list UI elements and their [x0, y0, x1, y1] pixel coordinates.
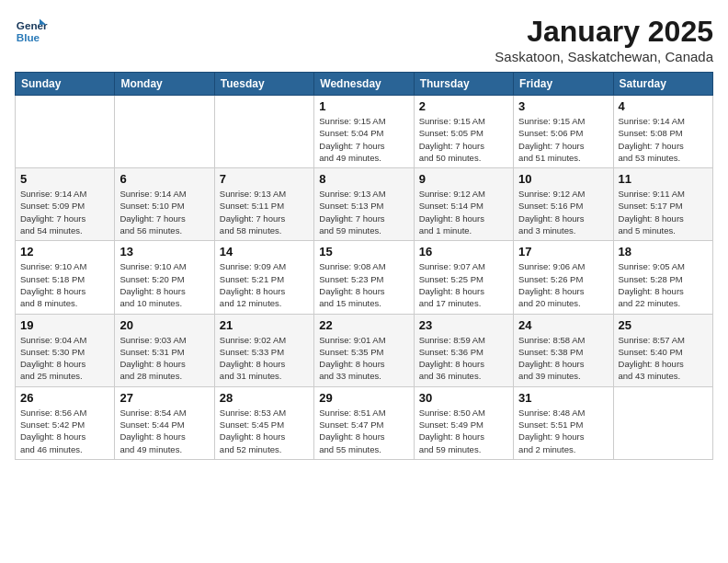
calendar-cell: 3Sunrise: 9:15 AM Sunset: 5:06 PM Daylig… [514, 96, 613, 168]
day-info: Sunrise: 9:12 AM Sunset: 5:14 PM Dayligh… [419, 188, 508, 236]
day-info: Sunrise: 8:56 AM Sunset: 5:42 PM Dayligh… [20, 407, 109, 455]
calendar-cell: 8Sunrise: 9:13 AM Sunset: 5:13 PM Daylig… [314, 168, 414, 241]
day-of-week-header: Friday [514, 73, 613, 96]
calendar-cell: 6Sunrise: 9:14 AM Sunset: 5:10 PM Daylig… [115, 168, 214, 241]
day-info: Sunrise: 8:48 AM Sunset: 5:51 PM Dayligh… [518, 407, 608, 455]
calendar-header-row: SundayMondayTuesdayWednesdayThursdayFrid… [16, 73, 713, 96]
day-of-week-header: Monday [115, 73, 214, 96]
location-subtitle: Saskatoon, Saskatchewan, Canada [495, 49, 713, 64]
day-number: 18 [619, 245, 708, 259]
day-info: Sunrise: 9:03 AM Sunset: 5:31 PM Dayligh… [119, 334, 209, 383]
day-info: Sunrise: 9:14 AM Sunset: 5:10 PM Dayligh… [119, 188, 209, 236]
day-info: Sunrise: 8:57 AM Sunset: 5:40 PM Dayligh… [619, 334, 708, 383]
calendar-cell: 11Sunrise: 9:11 AM Sunset: 5:17 PM Dayli… [613, 168, 712, 241]
day-number: 15 [319, 245, 408, 259]
calendar-cell: 18Sunrise: 9:05 AM Sunset: 5:28 PM Dayli… [613, 241, 712, 314]
day-info: Sunrise: 9:09 AM Sunset: 5:21 PM Dayligh… [220, 260, 309, 309]
day-number: 27 [119, 391, 209, 405]
day-info: Sunrise: 9:04 AM Sunset: 5:30 PM Dayligh… [20, 334, 109, 383]
calendar-cell: 30Sunrise: 8:50 AM Sunset: 5:49 PM Dayli… [414, 386, 513, 459]
calendar-cell [16, 96, 115, 168]
calendar-week-row: 12Sunrise: 9:10 AM Sunset: 5:18 PM Dayli… [16, 241, 713, 314]
day-number: 4 [619, 99, 708, 113]
day-number: 14 [220, 245, 309, 259]
day-info: Sunrise: 9:15 AM Sunset: 5:05 PM Dayligh… [419, 115, 508, 164]
day-info: Sunrise: 9:14 AM Sunset: 5:09 PM Dayligh… [20, 188, 109, 236]
calendar-cell: 9Sunrise: 9:12 AM Sunset: 5:14 PM Daylig… [414, 168, 513, 241]
day-number: 28 [220, 391, 309, 405]
calendar-cell: 4Sunrise: 9:14 AM Sunset: 5:08 PM Daylig… [613, 96, 712, 168]
day-of-week-header: Saturday [613, 73, 712, 96]
calendar-cell: 14Sunrise: 9:09 AM Sunset: 5:21 PM Dayli… [214, 241, 313, 314]
day-of-week-header: Wednesday [314, 73, 414, 96]
logo: General Blue [15, 15, 48, 48]
calendar-cell: 25Sunrise: 8:57 AM Sunset: 5:40 PM Dayli… [613, 314, 712, 386]
day-number: 29 [319, 391, 408, 405]
day-info: Sunrise: 8:50 AM Sunset: 5:49 PM Dayligh… [419, 407, 508, 455]
calendar-cell: 2Sunrise: 9:15 AM Sunset: 5:05 PM Daylig… [414, 96, 513, 168]
day-info: Sunrise: 9:11 AM Sunset: 5:17 PM Dayligh… [619, 188, 708, 236]
day-number: 8 [319, 172, 408, 186]
day-number: 17 [518, 245, 608, 259]
calendar-week-row: 26Sunrise: 8:56 AM Sunset: 5:42 PM Dayli… [16, 386, 713, 459]
header: General Blue January 2025 Saskatoon, Sas… [15, 15, 713, 64]
day-info: Sunrise: 9:08 AM Sunset: 5:23 PM Dayligh… [319, 260, 408, 309]
calendar-cell: 10Sunrise: 9:12 AM Sunset: 5:16 PM Dayli… [514, 168, 613, 241]
day-number: 7 [220, 172, 309, 186]
day-info: Sunrise: 8:59 AM Sunset: 5:36 PM Dayligh… [419, 334, 508, 383]
calendar-cell: 7Sunrise: 9:13 AM Sunset: 5:11 PM Daylig… [214, 168, 313, 241]
day-info: Sunrise: 9:13 AM Sunset: 5:13 PM Dayligh… [319, 188, 408, 236]
day-info: Sunrise: 9:10 AM Sunset: 5:20 PM Dayligh… [119, 260, 209, 309]
day-number: 19 [20, 318, 109, 332]
calendar-table: SundayMondayTuesdayWednesdayThursdayFrid… [15, 72, 713, 460]
calendar-cell: 31Sunrise: 8:48 AM Sunset: 5:51 PM Dayli… [514, 386, 613, 459]
day-of-week-header: Thursday [414, 73, 513, 96]
day-info: Sunrise: 8:51 AM Sunset: 5:47 PM Dayligh… [319, 407, 408, 455]
day-number: 11 [619, 172, 708, 186]
calendar-cell: 17Sunrise: 9:06 AM Sunset: 5:26 PM Dayli… [514, 241, 613, 314]
calendar-cell: 22Sunrise: 9:01 AM Sunset: 5:35 PM Dayli… [314, 314, 414, 386]
calendar-cell: 19Sunrise: 9:04 AM Sunset: 5:30 PM Dayli… [16, 314, 115, 386]
day-number: 12 [20, 245, 109, 259]
day-info: Sunrise: 9:05 AM Sunset: 5:28 PM Dayligh… [619, 260, 708, 309]
day-number: 22 [319, 318, 408, 332]
svg-text:Blue: Blue [17, 31, 40, 43]
calendar-cell [613, 386, 712, 459]
calendar-cell: 13Sunrise: 9:10 AM Sunset: 5:20 PM Dayli… [115, 241, 214, 314]
day-number: 31 [518, 391, 608, 405]
day-number: 16 [419, 245, 508, 259]
calendar-cell: 21Sunrise: 9:02 AM Sunset: 5:33 PM Dayli… [214, 314, 313, 386]
calendar-cell: 28Sunrise: 8:53 AM Sunset: 5:45 PM Dayli… [214, 386, 313, 459]
calendar-week-row: 1Sunrise: 9:15 AM Sunset: 5:04 PM Daylig… [16, 96, 713, 168]
day-number: 9 [419, 172, 508, 186]
day-number: 24 [518, 318, 608, 332]
calendar-cell: 1Sunrise: 9:15 AM Sunset: 5:04 PM Daylig… [314, 96, 414, 168]
day-info: Sunrise: 9:10 AM Sunset: 5:18 PM Dayligh… [20, 260, 109, 309]
day-of-week-header: Sunday [16, 73, 115, 96]
day-number: 3 [518, 99, 608, 113]
day-info: Sunrise: 9:14 AM Sunset: 5:08 PM Dayligh… [619, 115, 708, 164]
day-number: 6 [119, 172, 209, 186]
title-area: January 2025 Saskatoon, Saskatchewan, Ca… [495, 15, 713, 64]
day-number: 2 [419, 99, 508, 113]
day-info: Sunrise: 8:54 AM Sunset: 5:44 PM Dayligh… [119, 407, 209, 455]
calendar-cell [214, 96, 313, 168]
svg-text:General: General [17, 19, 48, 31]
day-number: 30 [419, 391, 508, 405]
calendar-cell: 16Sunrise: 9:07 AM Sunset: 5:25 PM Dayli… [414, 241, 513, 314]
day-info: Sunrise: 9:15 AM Sunset: 5:04 PM Dayligh… [319, 115, 408, 164]
calendar-cell [115, 96, 214, 168]
calendar-cell: 15Sunrise: 9:08 AM Sunset: 5:23 PM Dayli… [314, 241, 414, 314]
calendar-cell: 26Sunrise: 8:56 AM Sunset: 5:42 PM Dayli… [16, 386, 115, 459]
day-number: 20 [119, 318, 209, 332]
day-info: Sunrise: 9:15 AM Sunset: 5:06 PM Dayligh… [518, 115, 608, 164]
calendar-week-row: 19Sunrise: 9:04 AM Sunset: 5:30 PM Dayli… [16, 314, 713, 386]
calendar-cell: 20Sunrise: 9:03 AM Sunset: 5:31 PM Dayli… [115, 314, 214, 386]
day-number: 23 [419, 318, 508, 332]
day-info: Sunrise: 8:53 AM Sunset: 5:45 PM Dayligh… [220, 407, 309, 455]
calendar-cell: 5Sunrise: 9:14 AM Sunset: 5:09 PM Daylig… [16, 168, 115, 241]
calendar-cell: 29Sunrise: 8:51 AM Sunset: 5:47 PM Dayli… [314, 386, 414, 459]
day-number: 5 [20, 172, 109, 186]
day-info: Sunrise: 9:02 AM Sunset: 5:33 PM Dayligh… [220, 334, 309, 383]
day-number: 25 [619, 318, 708, 332]
